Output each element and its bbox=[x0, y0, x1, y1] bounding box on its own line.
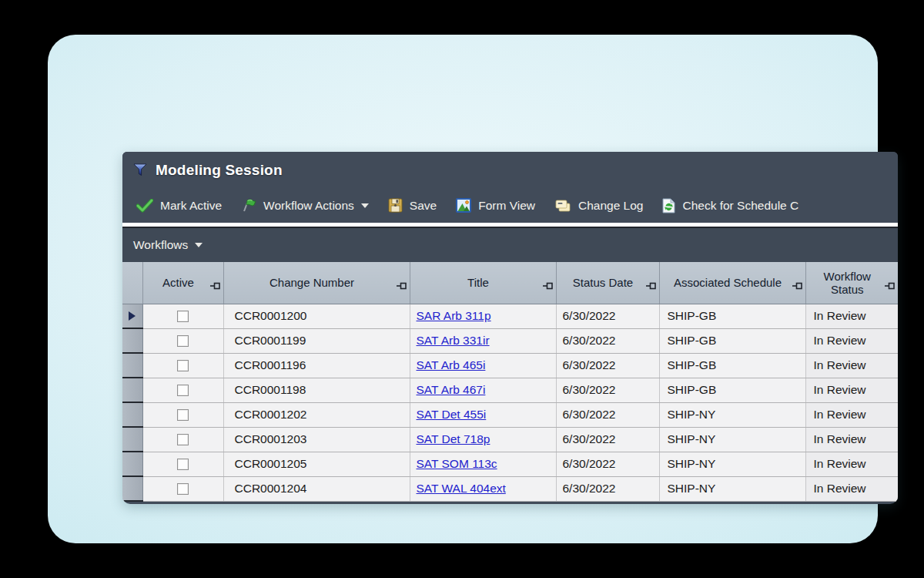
status-date-cell: 6/30/2022 bbox=[556, 378, 659, 402]
mark-active-label: Mark Active bbox=[160, 199, 222, 213]
active-checkbox[interactable] bbox=[177, 459, 189, 470]
column-header-change-number[interactable]: Change Number bbox=[223, 262, 410, 304]
status-date-cell: 6/30/2022 bbox=[556, 427, 659, 452]
active-checkbox[interactable] bbox=[177, 335, 189, 347]
modeling-session-window: Modeling Session Mark Active bbox=[122, 152, 898, 504]
title-link[interactable]: SAT Arb 465i bbox=[417, 358, 486, 371]
active-checkbox[interactable] bbox=[177, 311, 189, 322]
workflow-status-cell: In Review bbox=[805, 353, 898, 378]
column-header-active[interactable]: Active bbox=[142, 262, 223, 304]
table-header-row: Active Change Number Title Status Date bbox=[122, 262, 898, 304]
pin-icon[interactable] bbox=[646, 279, 656, 292]
workflow-status-cell: In Review bbox=[805, 427, 898, 452]
filter-funnel-icon bbox=[133, 163, 147, 176]
associated-schedule-cell: SHIP-GB bbox=[659, 304, 805, 328]
change-log-button[interactable]: Change Log bbox=[550, 196, 648, 216]
change-log-label: Change Log bbox=[578, 199, 643, 213]
row-selector[interactable] bbox=[122, 452, 142, 476]
change-number-cell: CCR0001205 bbox=[223, 452, 410, 476]
active-checkbox[interactable] bbox=[177, 483, 189, 495]
background-card: Modeling Session Mark Active bbox=[48, 35, 878, 543]
pin-icon[interactable] bbox=[210, 279, 220, 292]
workflow-status-cell: In Review bbox=[805, 304, 898, 328]
pin-icon[interactable] bbox=[397, 279, 407, 292]
associated-schedule-cell: SHIP-GB bbox=[659, 378, 805, 402]
title-link[interactable]: SAT Arb 467i bbox=[417, 383, 486, 396]
table-row[interactable]: CCR0001198 SAT Arb 467i 6/30/2022 SHIP-G… bbox=[122, 378, 898, 402]
page-title: Modeling Session bbox=[156, 162, 283, 179]
associated-schedule-cell: SHIP-NY bbox=[659, 476, 805, 501]
column-header-workflow-status[interactable]: Workflow Status bbox=[805, 262, 898, 304]
title-link[interactable]: SAT SOM 113c bbox=[417, 457, 497, 470]
toolbar: Mark Active Workflow Actions bbox=[122, 188, 898, 223]
change-number-cell: CCR0001196 bbox=[223, 353, 410, 378]
workflows-dropdown[interactable]: Workflows bbox=[133, 238, 188, 252]
mark-active-button[interactable]: Mark Active bbox=[132, 196, 226, 216]
table-row[interactable]: CCR0001196 SAT Arb 465i 6/30/2022 SHIP-G… bbox=[122, 353, 898, 378]
column-header-status-date[interactable]: Status Date bbox=[556, 262, 659, 304]
change-number-cell: CCR0001203 bbox=[223, 427, 410, 452]
title-link[interactable]: SAR Arb 311p bbox=[417, 309, 491, 322]
active-checkbox[interactable] bbox=[177, 360, 189, 371]
row-selector[interactable] bbox=[122, 402, 142, 427]
check-for-schedule-label: Check for Schedule C bbox=[682, 199, 798, 213]
row-selector[interactable] bbox=[122, 304, 142, 328]
change-number-cell: CCR0001202 bbox=[223, 402, 410, 427]
form-view-label: Form View bbox=[478, 199, 535, 213]
save-floppy-icon bbox=[388, 198, 403, 213]
workflows-tab-bar: Workflows bbox=[122, 228, 898, 262]
row-selector[interactable] bbox=[122, 476, 142, 501]
chevron-down-icon bbox=[361, 203, 369, 208]
chevron-down-icon[interactable] bbox=[195, 243, 203, 247]
associated-schedule-cell: SHIP-GB bbox=[659, 328, 805, 353]
status-date-cell: 6/30/2022 bbox=[556, 304, 659, 328]
workflow-status-cell: In Review bbox=[805, 476, 898, 501]
row-selector[interactable] bbox=[122, 328, 142, 353]
workflow-status-cell: In Review bbox=[805, 328, 898, 353]
status-date-cell: 6/30/2022 bbox=[556, 476, 659, 501]
associated-schedule-cell: SHIP-GB bbox=[659, 353, 805, 378]
table-row[interactable]: CCR0001205 SAT SOM 113c 6/30/2022 SHIP-N… bbox=[122, 452, 898, 476]
check-for-schedule-button[interactable]: Check for Schedule C bbox=[658, 195, 803, 217]
title-link[interactable]: SAT Det 718p bbox=[417, 432, 490, 445]
table-row[interactable]: CCR0001199 SAT Arb 331ir 6/30/2022 SHIP-… bbox=[122, 328, 898, 353]
change-number-cell: CCR0001198 bbox=[223, 378, 410, 402]
notes-icon bbox=[554, 199, 571, 213]
title-link[interactable]: SAT WAL 404ext bbox=[417, 482, 506, 495]
row-selector[interactable] bbox=[122, 378, 142, 402]
associated-schedule-cell: SHIP-NY bbox=[659, 427, 805, 452]
save-button[interactable]: Save bbox=[383, 195, 441, 216]
column-header-title[interactable]: Title bbox=[410, 262, 556, 304]
active-checkbox[interactable] bbox=[177, 409, 189, 421]
row-selector[interactable] bbox=[122, 353, 142, 378]
workflows-table: Active Change Number Title Status Date bbox=[122, 262, 898, 502]
form-view-button[interactable]: Form View bbox=[451, 195, 540, 216]
table-row[interactable]: CCR0001200 SAR Arb 311p 6/30/2022 SHIP-G… bbox=[122, 304, 898, 328]
pin-icon[interactable] bbox=[543, 279, 553, 292]
selector-column-header bbox=[122, 262, 142, 304]
title-link[interactable]: SAT Arb 331ir bbox=[417, 334, 490, 347]
pin-icon[interactable] bbox=[792, 279, 802, 292]
checkmark-icon bbox=[136, 199, 153, 213]
workflow-status-cell: In Review bbox=[805, 402, 898, 427]
status-date-cell: 6/30/2022 bbox=[556, 402, 659, 427]
table-row[interactable]: CCR0001202 SAT Det 455i 6/30/2022 SHIP-N… bbox=[122, 402, 898, 427]
column-header-associated-schedule[interactable]: Associated Schedule bbox=[659, 262, 805, 304]
active-checkbox[interactable] bbox=[177, 385, 189, 396]
associated-schedule-cell: SHIP-NY bbox=[659, 402, 805, 427]
associated-schedule-cell: SHIP-NY bbox=[659, 452, 805, 476]
title-bar: Modeling Session bbox=[122, 152, 898, 188]
workflow-actions-button[interactable]: Workflow Actions bbox=[236, 195, 373, 216]
row-selector[interactable] bbox=[122, 427, 142, 452]
workflow-actions-label: Workflow Actions bbox=[263, 199, 354, 213]
save-label: Save bbox=[410, 199, 437, 213]
table-row[interactable]: CCR0001203 SAT Det 718p 6/30/2022 SHIP-N… bbox=[122, 427, 898, 452]
active-checkbox[interactable] bbox=[177, 434, 189, 445]
change-number-cell: CCR0001199 bbox=[223, 328, 410, 353]
row-pointer-icon bbox=[129, 311, 136, 321]
title-link[interactable]: SAT Det 455i bbox=[417, 408, 487, 421]
table-row[interactable]: CCR0001204 SAT WAL 404ext 6/30/2022 SHIP… bbox=[122, 476, 898, 501]
document-refresh-icon bbox=[662, 198, 675, 213]
pin-icon[interactable] bbox=[885, 279, 895, 292]
change-number-cell: CCR0001204 bbox=[223, 476, 410, 501]
